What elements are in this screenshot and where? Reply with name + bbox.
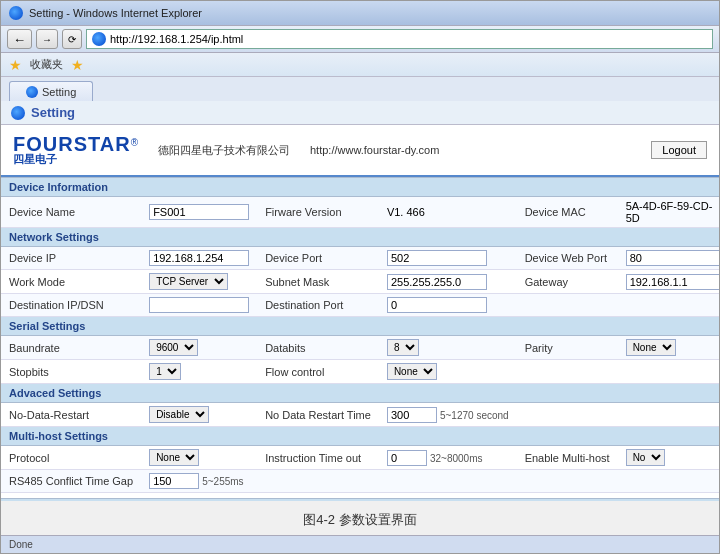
- value-firmware-version: V1. 466: [379, 197, 517, 228]
- select-parity[interactable]: None: [626, 339, 676, 356]
- input-device-ip[interactable]: [149, 250, 249, 266]
- select-databits[interactable]: 8: [387, 339, 419, 356]
- section-network-label: Network Settings: [1, 228, 719, 247]
- value-parity[interactable]: None: [618, 336, 719, 360]
- page-icon: [92, 32, 106, 46]
- label-instruction-timeout: Instruction Time out: [257, 446, 379, 470]
- select-baudrate[interactable]: 9600: [149, 339, 198, 356]
- section-serial: Serial Settings: [1, 317, 719, 336]
- value-enable-multihost[interactable]: No: [618, 446, 719, 470]
- input-device-web-port[interactable]: [626, 250, 719, 266]
- value-flow-control[interactable]: None: [379, 360, 517, 384]
- value-destination-ip[interactable]: [141, 294, 257, 317]
- section-serial-label: Serial Settings: [1, 317, 719, 336]
- value-device-web-port[interactable]: [618, 247, 719, 270]
- select-stopbits[interactable]: 1: [149, 363, 181, 380]
- select-protocol[interactable]: None: [149, 449, 199, 466]
- multihost-row-1: Protocol None Instruction Time out 32~80…: [1, 446, 719, 470]
- section-device-info-label: Device Information: [1, 178, 719, 197]
- section-multihost-label: Multi-host Settings: [1, 427, 719, 446]
- value-subnet-mask[interactable]: [379, 270, 517, 294]
- value-device-port[interactable]: [379, 247, 517, 270]
- back-button[interactable]: ←: [7, 29, 32, 49]
- page-caption: 图4-2 参数设置界面: [1, 501, 719, 535]
- empty-4: [379, 470, 517, 493]
- address-bar[interactable]: http://192.168.1.254/ip.html: [86, 29, 713, 49]
- label-device-mac: Device MAC: [517, 197, 618, 228]
- value-no-data-restart[interactable]: Disable: [141, 403, 257, 427]
- empty-5: [517, 470, 618, 493]
- status-text: Done: [9, 539, 33, 550]
- logout-button[interactable]: Logout: [651, 141, 707, 159]
- config-table: Device Information Device Name Firware V…: [1, 177, 719, 501]
- value-destination-port[interactable]: [379, 294, 517, 317]
- value-work-mode[interactable]: TCP Server: [141, 270, 257, 294]
- serial-row-2: Stopbits 1 Flow control None: [1, 360, 719, 384]
- label-firmware-version: Firware Version: [257, 197, 379, 228]
- empty-6: [618, 470, 719, 493]
- value-databits[interactable]: 8: [379, 336, 517, 360]
- label-empty-2: [517, 360, 618, 384]
- tab-label: Setting: [42, 86, 76, 98]
- input-gateway[interactable]: [626, 274, 719, 290]
- company-website: http://www.fourstar-dy.com: [310, 144, 439, 156]
- label-databits: Databits: [257, 336, 379, 360]
- title-bar: Setting - Windows Internet Explorer: [1, 1, 719, 25]
- window-title: Setting - Windows Internet Explorer: [29, 7, 202, 19]
- forward-button[interactable]: →: [36, 29, 58, 49]
- favorites-add-icon: ★: [71, 57, 84, 73]
- serial-row-1: Baundrate 9600 Databits 8 Parity None: [1, 336, 719, 360]
- instruction-timeout-note: 32~8000ms: [430, 453, 483, 464]
- label-device-web-port: Device Web Port: [517, 247, 618, 270]
- label-no-data-restart-time: No Data Restart Time: [257, 403, 379, 427]
- value-protocol[interactable]: None: [141, 446, 257, 470]
- no-data-restart-note: 5~1270 second: [440, 410, 509, 421]
- address-text: http://192.168.1.254/ip.html: [110, 33, 243, 45]
- label-empty-3: [517, 403, 618, 427]
- advanced-row-1: No-Data-Restart Disable No Data Restart …: [1, 403, 719, 427]
- value-empty-1: [618, 294, 719, 317]
- favorites-star-icon: ★: [9, 57, 22, 73]
- value-rs485-conflict[interactable]: 5~255ms: [141, 470, 379, 493]
- tab-bar: Setting: [1, 77, 719, 101]
- value-instruction-timeout[interactable]: 32~8000ms: [379, 446, 517, 470]
- label-empty-1: [517, 294, 618, 317]
- value-no-data-restart-time[interactable]: 5~1270 second: [379, 403, 517, 427]
- value-empty-2: [618, 360, 719, 384]
- config-form: Device Information Device Name Firware V…: [1, 177, 719, 501]
- value-stopbits[interactable]: 1: [141, 360, 257, 384]
- input-device-port[interactable]: [387, 250, 487, 266]
- value-device-name[interactable]: [141, 197, 257, 228]
- label-parity: Parity: [517, 336, 618, 360]
- value-baudrate[interactable]: 9600: [141, 336, 257, 360]
- label-destination-ip: Destination IP/DSN: [1, 294, 141, 317]
- select-enable-multihost[interactable]: No: [626, 449, 665, 466]
- select-flow-control[interactable]: None: [387, 363, 437, 380]
- company-cn-name: 德阳四星电子技术有限公司: [158, 143, 290, 158]
- label-baudrate: Baundrate: [1, 336, 141, 360]
- browser-tab[interactable]: Setting: [9, 81, 93, 101]
- logo-reg: ®: [131, 137, 138, 148]
- label-destination-port: Destination Port: [257, 294, 379, 317]
- input-subnet-mask[interactable]: [387, 274, 487, 290]
- page-setting-header: Setting: [1, 101, 719, 125]
- input-destination-port[interactable]: [387, 297, 487, 313]
- input-no-data-restart-time[interactable]: [387, 407, 437, 423]
- section-advanced: Advaced Settings: [1, 384, 719, 403]
- rs485-conflict-note: 5~255ms: [202, 476, 243, 487]
- refresh-button[interactable]: ⟳: [62, 29, 82, 49]
- input-rs485-conflict[interactable]: [149, 473, 199, 489]
- input-destination-ip[interactable]: [149, 297, 249, 313]
- label-flow-control: Flow control: [257, 360, 379, 384]
- section-multihost: Multi-host Settings: [1, 427, 719, 446]
- label-stopbits: Stopbits: [1, 360, 141, 384]
- input-instruction-timeout[interactable]: [387, 450, 427, 466]
- select-work-mode[interactable]: TCP Server: [149, 273, 228, 290]
- input-device-name[interactable]: [149, 204, 249, 220]
- select-no-data-restart[interactable]: Disable: [149, 406, 209, 423]
- setting-header-label: Setting: [31, 105, 75, 120]
- favorites-bar: ★ 收藏夹 ★: [1, 53, 719, 77]
- value-gateway[interactable]: [618, 270, 719, 294]
- tab-icon: [26, 86, 38, 98]
- value-device-ip[interactable]: [141, 247, 257, 270]
